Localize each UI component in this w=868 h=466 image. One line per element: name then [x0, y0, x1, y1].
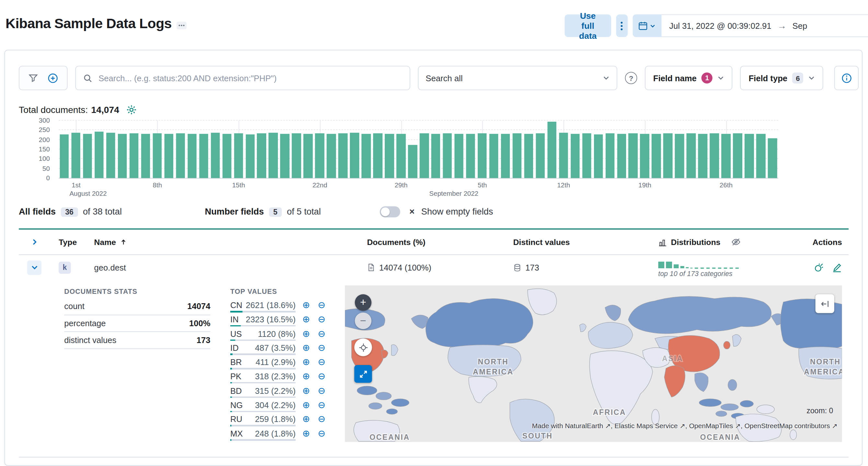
histogram-bar[interactable]: [594, 134, 603, 178]
histogram-bar[interactable]: [745, 134, 754, 178]
filter-out-value-button[interactable]: ⊖: [318, 400, 326, 411]
filter-for-value-button[interactable]: ⊕: [302, 357, 310, 368]
filter-for-value-button[interactable]: ⊕: [302, 371, 310, 382]
field-type-filter-button[interactable]: Field type 6: [740, 66, 823, 90]
histogram-bar[interactable]: [559, 133, 568, 178]
histogram-bar[interactable]: [246, 134, 254, 178]
histogram-bar[interactable]: [640, 134, 649, 178]
histogram-bar[interactable]: [420, 133, 429, 178]
filter-for-value-button[interactable]: ⊕: [302, 386, 310, 396]
histogram-bar[interactable]: [431, 134, 440, 178]
histogram-bar[interactable]: [257, 133, 266, 178]
map-attribution[interactable]: Made with NaturalEarth ↗, Elastic Maps S…: [532, 422, 838, 430]
filter-out-value-button[interactable]: ⊖: [318, 386, 326, 396]
histogram-bar[interactable]: [106, 132, 115, 178]
search-all-select[interactable]: Search all: [418, 66, 617, 90]
date-range-end[interactable]: Sep: [793, 21, 807, 30]
column-header-distinct-values[interactable]: Distinct values: [504, 237, 649, 246]
histogram-bar[interactable]: [756, 134, 765, 178]
filter-out-value-button[interactable]: ⊖: [318, 329, 326, 339]
histogram-bar[interactable]: [153, 133, 162, 178]
add-field-button[interactable]: [47, 73, 58, 83]
histogram-bar[interactable]: [536, 133, 545, 178]
histogram-bar[interactable]: [141, 134, 150, 178]
map-zoom-out-button[interactable]: −: [355, 312, 371, 329]
histogram-bar[interactable]: [385, 134, 394, 178]
histogram-bar[interactable]: [327, 134, 336, 178]
histogram-bar[interactable]: [176, 133, 185, 178]
histogram-bar[interactable]: [350, 133, 359, 178]
filter-out-value-button[interactable]: ⊖: [318, 371, 326, 382]
histogram-bar[interactable]: [222, 134, 231, 178]
histogram-bar[interactable]: [571, 134, 580, 178]
histogram-bar[interactable]: [164, 134, 173, 178]
geo-dest-map[interactable]: NORTH AMERICA ASIA AFRICA SOUTH OCEANIA …: [345, 286, 842, 442]
hide-distributions-button[interactable]: [732, 237, 741, 246]
histogram-bar[interactable]: [234, 133, 243, 178]
histogram-bar[interactable]: [292, 133, 301, 178]
histogram-bar[interactable]: [188, 134, 196, 178]
map-zoom-in-button[interactable]: +: [355, 294, 371, 311]
column-header-name[interactable]: Name: [85, 237, 358, 246]
histogram-bar[interactable]: [60, 134, 69, 178]
histogram-bar[interactable]: [698, 134, 707, 178]
histogram-bar[interactable]: [629, 133, 638, 178]
expand-all-button[interactable]: [19, 238, 50, 245]
filter-for-value-button[interactable]: ⊕: [302, 343, 310, 354]
map-legend-toggle-button[interactable]: [815, 294, 834, 313]
histogram-bar[interactable]: [513, 133, 522, 178]
filter-out-value-button[interactable]: ⊖: [318, 343, 326, 354]
histogram-bar[interactable]: [211, 133, 220, 178]
histogram-bar[interactable]: [95, 131, 104, 178]
histogram-bar[interactable]: [687, 133, 696, 178]
filter-out-value-button[interactable]: ⊖: [318, 314, 326, 325]
histogram-bar[interactable]: [582, 133, 591, 178]
title-options-icon[interactable]: [177, 21, 187, 29]
histogram-bar[interactable]: [489, 134, 498, 178]
date-range-start[interactable]: Jul 31, 2022 @ 00:39:02.91: [669, 21, 771, 30]
histogram-bar[interactable]: [501, 134, 510, 178]
histogram-bar[interactable]: [129, 133, 138, 178]
histogram-bar[interactable]: [547, 122, 556, 178]
histogram-bar[interactable]: [663, 133, 672, 178]
histogram-bar[interactable]: [617, 134, 626, 178]
filter-for-value-button[interactable]: ⊕: [302, 329, 310, 339]
histogram-bar[interactable]: [652, 134, 661, 178]
filter-for-value-button[interactable]: ⊕: [302, 400, 310, 411]
explore-field-button[interactable]: [814, 262, 824, 272]
map-locate-button[interactable]: [354, 338, 372, 356]
filter-for-value-button[interactable]: ⊕: [302, 414, 310, 425]
histogram-bar[interactable]: [118, 134, 127, 178]
field-row-geo-dest[interactable]: k geo.dest 14074 (100%) 173: [19, 255, 848, 280]
histogram-bar[interactable]: [455, 134, 463, 178]
histogram-bar[interactable]: [269, 133, 278, 178]
field-name-filter-button[interactable]: Field name 1: [645, 66, 733, 90]
histogram-bar[interactable]: [721, 134, 730, 178]
kebab-menu-button[interactable]: [616, 14, 628, 37]
histogram-bar[interactable]: [199, 134, 208, 178]
histogram-bar[interactable]: [304, 134, 313, 178]
histogram-bar[interactable]: [466, 134, 475, 178]
histogram-bar[interactable]: [71, 133, 80, 178]
histogram-bar[interactable]: [710, 133, 719, 178]
histogram-bar[interactable]: [768, 138, 777, 178]
filter-for-value-button[interactable]: ⊕: [302, 428, 310, 439]
histogram-bar[interactable]: [408, 145, 417, 178]
histogram-bar[interactable]: [338, 133, 347, 178]
edit-field-button[interactable]: [832, 262, 842, 272]
histogram-bar[interactable]: [280, 134, 289, 178]
histogram-bar[interactable]: [478, 133, 487, 178]
histogram-bar[interactable]: [443, 133, 452, 178]
histogram-bar[interactable]: [373, 133, 382, 178]
histogram-bar[interactable]: [605, 133, 614, 178]
map-fit-data-button[interactable]: [354, 365, 372, 383]
filter-out-value-button[interactable]: ⊖: [318, 428, 326, 439]
histogram-bar[interactable]: [83, 134, 92, 178]
filter-for-value-button[interactable]: ⊕: [302, 300, 310, 311]
histogram-bar[interactable]: [733, 133, 742, 178]
filter-out-value-button[interactable]: ⊖: [318, 357, 326, 368]
date-picker[interactable]: Jul 31, 2022 @ 00:39:02.91 → Sep: [632, 14, 868, 37]
search-input[interactable]: [97, 73, 403, 83]
histogram-bar[interactable]: [397, 134, 405, 178]
histogram-bar[interactable]: [524, 134, 533, 178]
